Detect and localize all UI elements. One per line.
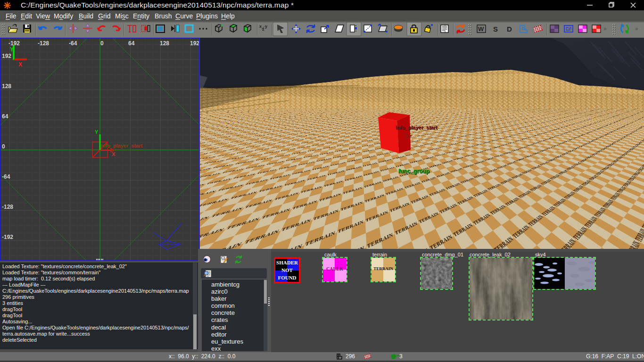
svg-text:info_player_start: info_player_start: [396, 124, 438, 130]
svg-text:func_group: func_group: [398, 168, 429, 174]
svg-text:S: S: [493, 25, 498, 33]
svg-text:D: D: [507, 25, 512, 33]
svg-text:»: »: [603, 25, 607, 32]
svg-text:Y: Y: [95, 129, 99, 135]
svg-text:x: x: [259, 24, 262, 29]
svg-text:info_player_start: info_player_start: [101, 143, 143, 148]
svg-text:Y: Y: [10, 46, 14, 53]
svg-text:X: X: [18, 61, 22, 68]
svg-text:y: y: [265, 24, 267, 29]
svg-text:W: W: [478, 25, 484, 33]
svg-text:»: »: [635, 25, 638, 32]
svg-text:X: X: [112, 151, 116, 157]
